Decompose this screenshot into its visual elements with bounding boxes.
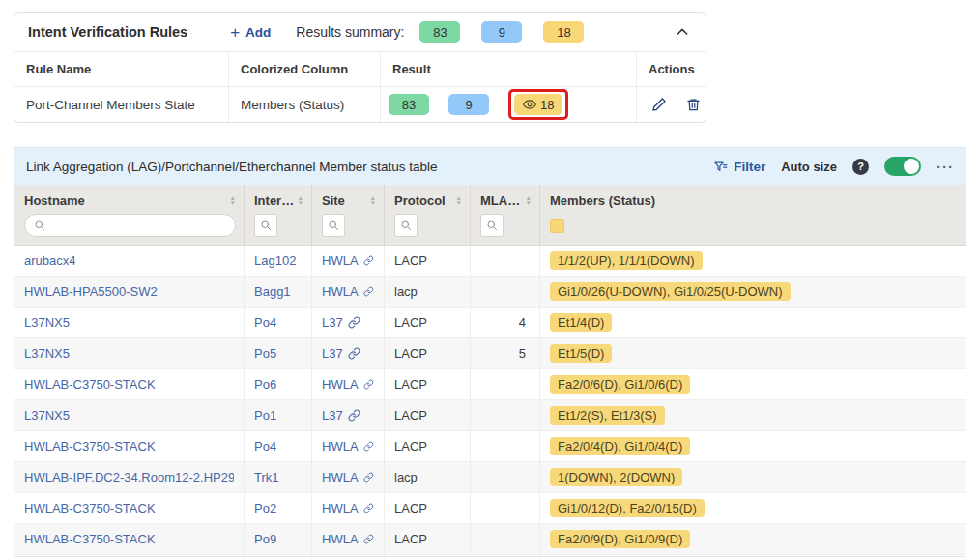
- hostname-link[interactable]: L37NX5: [24, 315, 70, 330]
- highlight-red-box: 18: [508, 89, 568, 120]
- hostname-link[interactable]: L37NX5: [24, 346, 70, 361]
- eye-icon: [523, 99, 536, 110]
- hostname-link[interactable]: L37NX5: [24, 408, 70, 423]
- count-badge-eye[interactable]: 18: [514, 94, 562, 115]
- site-cell: HWLAB: [312, 369, 385, 400]
- badge-value: 83: [433, 25, 447, 40]
- column-search-button[interactable]: [480, 214, 504, 237]
- sort-icon[interactable]: ▲▼: [294, 195, 303, 206]
- site-link[interactable]: HWLAB: [322, 439, 359, 454]
- edit-rule-button[interactable]: [649, 95, 669, 114]
- site-link[interactable]: HWLAB: [322, 501, 359, 515]
- link-icon: [363, 285, 374, 298]
- members-status-chip: Fa2/0/4(D), Gi1/0/4(D): [550, 437, 690, 455]
- rules-table-row: Port-Channel Members State Members (Stat…: [14, 87, 706, 122]
- table-title-bar: Link Aggregation (LAG)/Portchannel/Ether…: [14, 148, 966, 185]
- table-row: HWLAB-C3750-STACKPo4HWLABLACPFa2/0/4(D),…: [14, 431, 966, 462]
- link-icon: [363, 471, 374, 484]
- table-row: HWLAB-HPA5500-SW2Bagg1HWLABlacpGi1/0/26(…: [14, 277, 966, 308]
- column-search-button[interactable]: [254, 214, 277, 237]
- interface-cell: Po6: [245, 369, 312, 400]
- mlag-cell: [471, 524, 540, 555]
- site-cell: L37: [312, 400, 385, 431]
- link-icon: [348, 347, 360, 360]
- site-link[interactable]: L37: [322, 346, 343, 361]
- rules-table-header: Rule NameColorized ColumnResultActions: [14, 52, 706, 87]
- column-search-button[interactable]: [394, 214, 418, 237]
- collapse-panel-button[interactable]: [673, 22, 692, 42]
- more-options-button[interactable]: ···: [937, 160, 954, 174]
- hostname-link[interactable]: HWLAB-C3750-STACK: [24, 439, 156, 454]
- hostname-cell: HWLAB-C3750-STACK: [14, 431, 245, 462]
- add-rule-button[interactable]: + Add: [230, 24, 271, 41]
- badge-value: 18: [557, 25, 570, 40]
- protocol-cell: LACP: [385, 400, 471, 431]
- members-status-chip: 1/1/2(UP), 1/1/1(DOWN): [550, 251, 703, 270]
- protocol-cell: LACP: [385, 369, 471, 400]
- table-row: L37NX5Po5L37LACP5Et1/5(D): [14, 338, 966, 369]
- column-header-protocol: Protocol▲▼: [385, 185, 471, 245]
- mlag-cell: [471, 277, 540, 308]
- interface-link[interactable]: Bagg1: [254, 284, 291, 299]
- filter-button[interactable]: Filter: [713, 160, 765, 174]
- site-link[interactable]: L37: [322, 408, 343, 423]
- interface-link[interactable]: Po4: [254, 439, 276, 454]
- site-link[interactable]: HWLAB: [322, 532, 359, 546]
- sort-icon[interactable]: ▲▼: [366, 195, 376, 206]
- help-icon[interactable]: ?: [852, 159, 869, 175]
- protocol-cell: LACP: [385, 431, 471, 462]
- sort-icon[interactable]: ▲▼: [522, 195, 532, 206]
- sort-icon[interactable]: ▲▼: [226, 195, 236, 206]
- hostname-link[interactable]: HWLAB-C3750-STACK: [24, 532, 156, 546]
- interface-link[interactable]: Po6: [254, 377, 276, 392]
- hostname-link[interactable]: HWLAB-C3750-STACK: [24, 501, 156, 515]
- filter-label: Filter: [734, 160, 765, 174]
- mlag-cell: 5: [471, 338, 540, 369]
- hostname-search-input[interactable]: [24, 214, 236, 237]
- mlag-cell: [471, 400, 540, 431]
- interface-link[interactable]: Po5: [254, 346, 276, 361]
- interface-link[interactable]: Po2: [254, 501, 276, 515]
- count-badge[interactable]: 83: [389, 94, 429, 115]
- interface-link[interactable]: Po1: [254, 408, 276, 423]
- interface-link[interactable]: Trk1: [254, 470, 279, 484]
- mlag-cell: [471, 246, 540, 277]
- protocol-cell: LACP: [385, 308, 471, 338]
- auto-size-toggle[interactable]: [884, 157, 921, 176]
- hostname-link[interactable]: HWLAB-IPF.DC2-34.Room12-2.HP2920: [24, 470, 234, 484]
- site-link[interactable]: HWLAB: [322, 470, 359, 484]
- hostname-cell: L37NX5: [14, 400, 245, 431]
- members-status-cell: Et1/5(D): [540, 338, 966, 369]
- interface-link[interactable]: Po4: [254, 315, 276, 330]
- count-badge[interactable]: 18: [543, 21, 584, 43]
- site-link[interactable]: HWLAB: [322, 253, 359, 268]
- hostname-link[interactable]: arubacx4: [24, 253, 75, 268]
- members-status-chip: Gi1/0/26(U-DOWN), Gi1/0/25(U-DOWN): [550, 282, 791, 301]
- color-filter-chip[interactable]: [550, 219, 564, 233]
- hostname-cell: HWLAB-HPA5500-SW2: [14, 277, 245, 308]
- members-status-chip: Et1/4(D): [550, 313, 612, 332]
- site-link[interactable]: L37: [322, 315, 343, 330]
- column-label: Members (Status): [550, 193, 655, 208]
- hostname-cell: L37NX5: [14, 308, 245, 338]
- search-icon: [486, 220, 498, 231]
- table-title: Link Aggregation (LAG)/Portchannel/Ether…: [26, 160, 438, 174]
- delete-rule-button[interactable]: [684, 95, 703, 114]
- mlag-cell: [471, 462, 540, 493]
- site-link[interactable]: HWLAB: [322, 284, 359, 299]
- column-label: Hostname: [24, 193, 85, 208]
- interface-link[interactable]: Po9: [254, 532, 276, 546]
- badge-value: 9: [465, 98, 472, 112]
- interface-link[interactable]: Lag102: [254, 253, 296, 268]
- site-link[interactable]: HWLAB: [322, 377, 359, 392]
- site-cell: HWLAB: [312, 493, 385, 524]
- sort-icon[interactable]: ▲▼: [452, 195, 462, 206]
- rule-name-cell: Port-Channel Members State: [14, 87, 229, 122]
- count-badge[interactable]: 83: [419, 21, 460, 43]
- column-search-button[interactable]: [322, 214, 345, 237]
- hostname-link[interactable]: HWLAB-C3750-STACK: [24, 377, 156, 392]
- count-badge[interactable]: 9: [448, 94, 489, 115]
- hostname-link[interactable]: HWLAB-HPA5500-SW2: [24, 284, 158, 299]
- count-badge[interactable]: 9: [481, 21, 522, 43]
- result-badges-cell: 83918: [381, 87, 637, 122]
